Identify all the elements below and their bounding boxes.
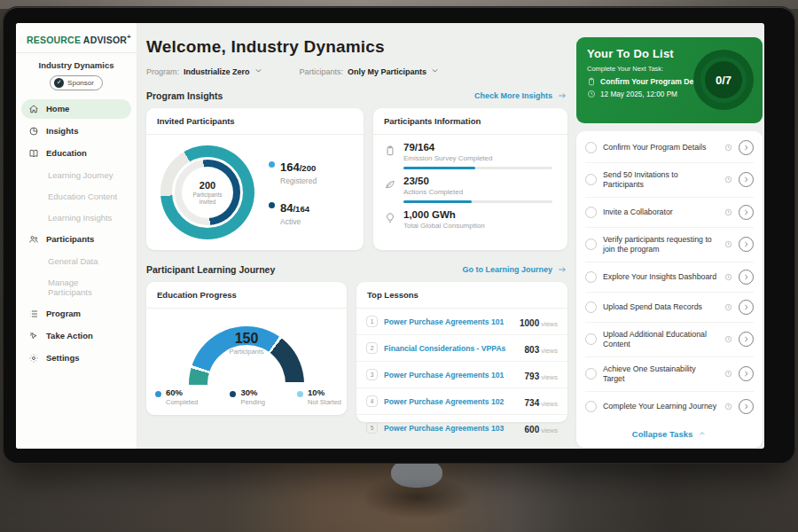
- sidebar-item-home[interactable]: Home: [21, 99, 131, 119]
- task-row[interactable]: Achieve One Sustainability Target: [585, 357, 754, 392]
- learning-journey-header: Participant Learning Journey Go to Learn…: [146, 264, 567, 275]
- legend-value: 84: [280, 201, 293, 215]
- lesson-views-label: views: [541, 400, 558, 408]
- lesson-title-link[interactable]: Power Purchase Agreements 101: [384, 317, 513, 326]
- task-go-button[interactable]: [739, 172, 754, 187]
- sidebar-item-education[interactable]: Education: [21, 144, 131, 163]
- task-go-button[interactable]: [739, 399, 754, 414]
- clock-icon: [587, 90, 596, 98]
- task-checkbox[interactable]: [585, 333, 597, 345]
- sidebar-item-learning-insights[interactable]: Learning Insights: [21, 208, 131, 227]
- task-checkbox[interactable]: [585, 271, 597, 283]
- sidebar-item-label: Program: [46, 309, 81, 318]
- donut-center-value: 200: [200, 180, 215, 191]
- lesson-rank: 1: [366, 316, 378, 327]
- participants-value: Only My Participants: [348, 67, 426, 76]
- task-checkbox[interactable]: [585, 401, 597, 412]
- task-go-button[interactable]: [739, 270, 754, 285]
- program-dropdown[interactable]: Program: Industrialize Zero: [146, 66, 262, 76]
- task-checkbox[interactable]: [585, 174, 597, 185]
- education-progress-card: Education Progress 150 Participants 60% …: [146, 282, 347, 415]
- sidebar-item-program[interactable]: Program: [21, 304, 131, 324]
- clock-icon: [724, 335, 732, 343]
- task-go-button[interactable]: [739, 332, 754, 347]
- task-go-button[interactable]: [739, 366, 754, 381]
- monitor-bezel: RESOURCE ADVISOR+ Industry Dynamics ✓ Sp…: [4, 7, 794, 463]
- lesson-title-link[interactable]: Power Purchase Agreements 101: [384, 371, 519, 379]
- sidebar-item-education-content[interactable]: Education Content: [21, 187, 131, 206]
- sidebar-item-general-data[interactable]: General Data: [21, 252, 131, 270]
- task-checkbox[interactable]: [585, 368, 597, 379]
- task-checkbox[interactable]: [585, 239, 597, 250]
- task-row[interactable]: Verify participants requesting to join t…: [585, 228, 754, 262]
- take-action-icon: [28, 331, 39, 341]
- participants-stats: 79/164 Emission Survey Completed 23/50 A…: [373, 135, 567, 230]
- collapse-label: Collapse Tasks: [632, 429, 692, 439]
- legend-label: Completed: [166, 398, 198, 406]
- task-label: Confirm Your Program Details: [603, 143, 718, 153]
- sponsor-badge-icon: ✓: [54, 78, 64, 88]
- clock-icon: [724, 240, 732, 248]
- legend-suffix: /164: [293, 204, 309, 214]
- task-go-button[interactable]: [739, 237, 754, 252]
- legend-dot: [230, 391, 236, 397]
- program-icon: [28, 309, 39, 319]
- task-row[interactable]: Explore Your Insights Dashboard: [585, 262, 754, 293]
- progress-track: [403, 167, 552, 170]
- task-row[interactable]: Upload Spend Data Records: [585, 293, 754, 323]
- sidebar-item-insights[interactable]: Insights: [21, 121, 131, 141]
- task-row[interactable]: Send 50 Invitations to Participants: [585, 163, 754, 198]
- learning-cards: Education Progress 150 Participants 60% …: [146, 282, 567, 422]
- sidebar-item-label: Home: [46, 104, 69, 113]
- lesson-row: 4 Power Purchase Agreements 102 734views: [356, 388, 567, 415]
- lesson-rank: 5: [366, 422, 378, 434]
- task-checkbox[interactable]: [585, 301, 597, 313]
- todo-progress-ring: 0/7: [693, 50, 754, 110]
- clock-icon: [724, 303, 732, 311]
- legend-pct: 10%: [308, 388, 341, 397]
- task-go-button[interactable]: [739, 300, 754, 315]
- sidebar-item-label: Insights: [46, 126, 78, 136]
- sidebar-item-take-action[interactable]: Take Action: [21, 326, 131, 346]
- participants-information-card: Participants Information 79/164 Emission…: [373, 108, 567, 250]
- chevron-right-icon: [742, 303, 750, 311]
- arrow-right-icon: [557, 91, 567, 100]
- donut-center: 200 Participants Invited: [182, 167, 233, 218]
- task-go-button[interactable]: [739, 205, 754, 220]
- clock-icon: [724, 403, 732, 411]
- lesson-title-link[interactable]: Power Purchase Agreements 102: [384, 397, 519, 406]
- lesson-row: 1 Power Purchase Agreements 101 1000view…: [356, 309, 567, 335]
- participants-dropdown[interactable]: Participants: Only My Participants: [300, 66, 440, 76]
- task-checkbox[interactable]: [585, 207, 597, 218]
- lesson-views: 1000: [520, 318, 539, 328]
- lesson-views-label: views: [541, 426, 558, 434]
- sidebar-item-label: Participants: [46, 234, 94, 244]
- task-row[interactable]: Complete Your Learning Journey: [585, 392, 754, 421]
- sidebar-item-participants[interactable]: Participants: [21, 230, 131, 249]
- actions-icon: [384, 178, 396, 191]
- legend-suffix: /200: [300, 163, 317, 173]
- task-row[interactable]: Confirm Your Program Details: [585, 133, 754, 163]
- task-go-button[interactable]: [739, 140, 754, 155]
- legend-active: 84/164 Active: [269, 200, 317, 226]
- sidebar-item-learning-journey[interactable]: Learning Journey: [21, 166, 131, 184]
- lesson-title-link[interactable]: Financial Considerations - VPPAs: [384, 344, 519, 353]
- task-checkbox[interactable]: [585, 142, 597, 153]
- legend-dot: [297, 391, 303, 397]
- collapse-tasks-button[interactable]: Collapse Tasks: [585, 421, 754, 446]
- sponsor-badge[interactable]: ✓ Sponsor: [50, 75, 103, 90]
- task-row[interactable]: Upload Additional Educational Content: [585, 323, 754, 357]
- check-more-insights-link[interactable]: Check More Insights: [474, 91, 567, 100]
- go-to-learning-journey-link[interactable]: Go to Learning Journey: [462, 265, 567, 274]
- sidebar-item-settings[interactable]: Settings: [21, 348, 131, 368]
- program-value: Industrialize Zero: [184, 67, 250, 76]
- lesson-views: 734: [525, 398, 540, 408]
- gauge-center: 150 Participants: [146, 332, 347, 356]
- todo-due-label: 12 May 2025, 12:00 PM: [600, 90, 677, 98]
- lesson-row: 2 Financial Considerations - VPPAs 803vi…: [356, 335, 567, 362]
- sidebar-item-manage-participants[interactable]: Manage Participants: [21, 273, 131, 301]
- lesson-title-link[interactable]: Power Purchase Agreements 103: [384, 424, 519, 433]
- task-row[interactable]: Invite a Collaborator: [585, 198, 754, 228]
- participants-label: Participants:: [300, 67, 344, 76]
- chevron-down-icon: [431, 66, 439, 76]
